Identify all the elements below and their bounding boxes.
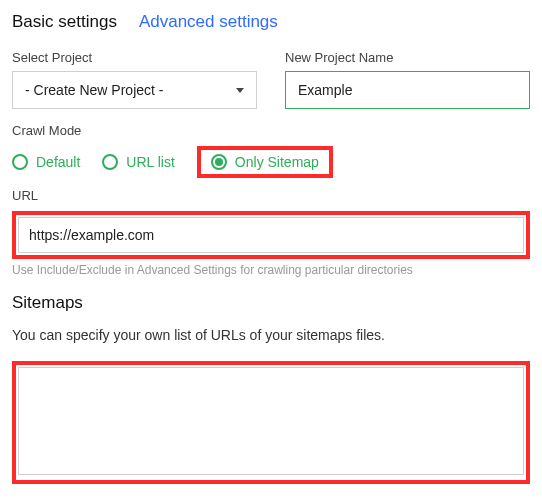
radio-url-list[interactable]: URL list xyxy=(102,154,175,170)
sitemaps-textarea[interactable] xyxy=(18,367,524,475)
highlight-url-input xyxy=(12,211,530,259)
radio-only-sitemap-label: Only Sitemap xyxy=(235,154,319,170)
select-project-label: Select Project xyxy=(12,50,257,65)
sitemaps-description: You can specify your own list of URLs of… xyxy=(12,327,530,343)
new-project-name-input[interactable] xyxy=(285,71,530,109)
radio-icon xyxy=(12,154,28,170)
sitemaps-heading: Sitemaps xyxy=(12,293,530,313)
radio-icon xyxy=(211,154,227,170)
highlight-only-sitemap: Only Sitemap xyxy=(197,146,333,178)
url-label: URL xyxy=(12,188,530,203)
url-hint: Use Include/Exclude in Advanced Settings… xyxy=(12,263,530,277)
highlight-sitemaps-textarea xyxy=(12,361,530,484)
radio-default[interactable]: Default xyxy=(12,154,80,170)
tab-advanced-settings[interactable]: Advanced settings xyxy=(139,12,278,32)
select-project-dropdown[interactable]: - Create New Project - xyxy=(12,71,257,109)
new-project-name-label: New Project Name xyxy=(285,50,530,65)
radio-only-sitemap[interactable]: Only Sitemap xyxy=(211,154,319,170)
tab-basic-settings[interactable]: Basic settings xyxy=(12,12,117,32)
radio-default-label: Default xyxy=(36,154,80,170)
select-project-value: - Create New Project - xyxy=(25,82,163,98)
radio-url-list-label: URL list xyxy=(126,154,175,170)
chevron-down-icon xyxy=(236,88,244,93)
radio-icon xyxy=(102,154,118,170)
crawl-mode-label: Crawl Mode xyxy=(12,123,530,138)
url-input[interactable] xyxy=(18,217,524,253)
